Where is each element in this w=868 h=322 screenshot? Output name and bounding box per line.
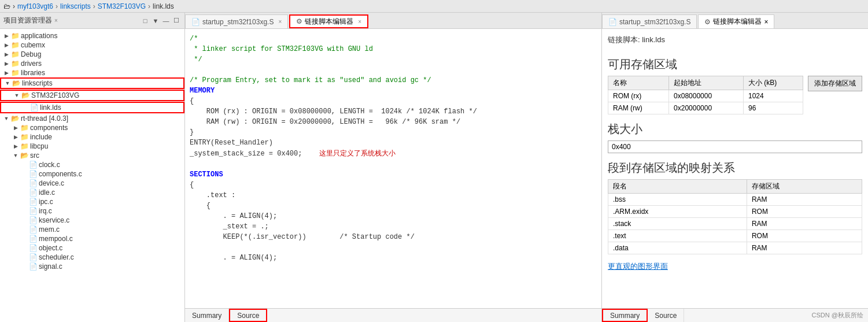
tree-item-cubemx[interactable]: ▶📁cubemx bbox=[0, 40, 184, 50]
tree-item-link-lds[interactable]: 📄link.lds bbox=[0, 102, 184, 113]
stack-size-input[interactable] bbox=[608, 140, 862, 153]
file-icon: 📄 bbox=[29, 161, 38, 169]
toggle-icon[interactable]: ▼ bbox=[3, 79, 12, 87]
tree-item-label: ipc.c bbox=[38, 198, 53, 206]
code-line: * linker script for STM32F103VG with GNU… bbox=[190, 44, 597, 54]
editor-tab-bar: 📄 startup_stm32f103xg.S × ⚙ 链接脚本编辑器 × bbox=[185, 13, 601, 29]
tree-item-components-c[interactable]: 📄components.c bbox=[0, 169, 184, 179]
toggle-icon[interactable]: ▶ bbox=[2, 50, 10, 58]
maximize-icon[interactable]: ☐ bbox=[172, 16, 181, 25]
right-tab-linker-close[interactable]: × bbox=[764, 18, 768, 26]
memory-cell-name: ROM (rx) bbox=[608, 90, 669, 102]
breadcrumb-icon: 🗁 bbox=[3, 2, 10, 10]
tab-startup-close[interactable]: × bbox=[278, 18, 282, 25]
mapping-col-region: 存储区域 bbox=[747, 180, 862, 194]
tree-item-idle-c[interactable]: 📄idle.c bbox=[0, 188, 184, 197]
tree-item-label: applications bbox=[20, 32, 57, 40]
tree-item-object-c[interactable]: 📄object.c bbox=[0, 243, 184, 253]
tree-item-components[interactable]: ▶📁components bbox=[0, 123, 184, 132]
toggle-icon[interactable]: ▶ bbox=[12, 142, 20, 150]
code-editor[interactable]: /* * linker script for STM32F103VG with … bbox=[185, 29, 601, 308]
file-icon: 📄 bbox=[29, 179, 38, 187]
tree-item-label: irq.c bbox=[38, 207, 52, 215]
tree-item-device-c[interactable]: 📄device.c bbox=[0, 179, 184, 188]
tree-item-mem-c[interactable]: 📄mem.c bbox=[0, 225, 184, 234]
tree-item-mempool-c[interactable]: 📄mempool.c bbox=[0, 234, 184, 243]
toggle-icon[interactable]: ▼ bbox=[2, 114, 10, 123]
link-script-title: 链接脚本: link.lds bbox=[608, 35, 862, 45]
folder-icon: 📁 bbox=[10, 41, 20, 49]
folder-icon: 📁 bbox=[20, 142, 29, 150]
tree-item-stm32f103vg[interactable]: ▼📂STM32F103VG bbox=[0, 90, 184, 101]
tab-linker-close[interactable]: × bbox=[358, 18, 361, 25]
tree-item-debug[interactable]: ▶📁Debug bbox=[0, 50, 184, 59]
toggle-icon[interactable]: ▶ bbox=[2, 60, 10, 68]
tree-item-label: cubemx bbox=[20, 41, 45, 49]
tab-startup[interactable]: 📄 startup_stm32f103xg.S × bbox=[185, 14, 288, 28]
tab-linker-editor[interactable]: ⚙ 链接脚本编辑器 × bbox=[289, 14, 368, 28]
middle-panel: 📄 startup_stm32f103xg.S × ⚙ 链接脚本编辑器 × /*… bbox=[185, 13, 602, 322]
memory-cell-origin: 0x08000000 bbox=[669, 90, 744, 102]
breadcrumb-myf103vgt6[interactable]: myf103vgt6 bbox=[17, 2, 53, 10]
memory-col-origin: 起始地址 bbox=[669, 76, 744, 90]
mapping-cell-segment: .text bbox=[608, 230, 747, 242]
code-line bbox=[190, 159, 597, 169]
code-line bbox=[190, 65, 597, 75]
toggle-icon[interactable]: ▶ bbox=[2, 41, 10, 49]
file-icon: 📄 bbox=[29, 262, 38, 271]
minimize-icon[interactable]: — bbox=[161, 16, 171, 25]
tree-item-kservice-c[interactable]: 📄kservice.c bbox=[0, 216, 184, 225]
right-tab-startup[interactable]: 📄 startup_stm32f103xg.S bbox=[602, 14, 697, 28]
tree-item-clock-c[interactable]: 📄clock.c bbox=[0, 160, 184, 169]
tree-item-include[interactable]: ▶📁include bbox=[0, 132, 184, 142]
file-icon: 📄 bbox=[29, 244, 38, 252]
breadcrumb: 🗁 › myf103vgt6 › linkscripts › STM32F103… bbox=[0, 0, 868, 13]
memory-table-row: RAM (rw)0x2000000096 bbox=[608, 102, 803, 114]
right-bottom-tab-source[interactable]: Source bbox=[648, 309, 684, 322]
memory-table-row: ROM (rx)0x080000001024 bbox=[608, 90, 803, 102]
tree-item-label: link.lds bbox=[39, 103, 61, 112]
menu-icon[interactable]: ▼ bbox=[151, 16, 160, 25]
breadcrumb-linkscripts[interactable]: linkscripts bbox=[60, 2, 91, 10]
toggle-icon[interactable]: ▶ bbox=[2, 32, 10, 40]
tree-item-src[interactable]: ▼📂src bbox=[0, 151, 184, 160]
code-line: .text : bbox=[190, 190, 597, 201]
toggle-icon[interactable]: ▶ bbox=[2, 69, 10, 77]
add-memory-region-button[interactable]: 添加存储区域 bbox=[808, 76, 862, 91]
right-tab-linker-editor[interactable]: ⚙ 链接脚本编辑器 × bbox=[698, 14, 774, 28]
mapping-cell-segment: .ARM.exidx bbox=[608, 206, 747, 218]
tree-item-rt-thread--4-0-3-[interactable]: ▼📂rt-thread [4.0.3] bbox=[0, 114, 184, 123]
tree-item-drivers[interactable]: ▶📁drivers bbox=[0, 59, 184, 68]
tree-item-irq-c[interactable]: 📄irq.c bbox=[0, 206, 184, 216]
breadcrumb-stm32f103vg[interactable]: STM32F103VG bbox=[98, 2, 146, 10]
toggle-icon[interactable]: ▶ bbox=[12, 124, 20, 132]
file-icon: 📄 bbox=[29, 253, 38, 261]
graphic-link[interactable]: 更直观的图形界面 bbox=[608, 262, 668, 271]
collapse-icon[interactable]: □ bbox=[141, 16, 150, 25]
tree-item-libcpu[interactable]: ▶📁libcpu bbox=[0, 142, 184, 151]
file-tree: ▶📁applications▶📁cubemx▶📁Debug▶📁drivers▶📁… bbox=[0, 29, 184, 322]
tree-item-ipc-c[interactable]: 📄ipc.c bbox=[0, 197, 184, 206]
editor-bottom-tabs: Summary Source bbox=[185, 308, 601, 322]
code-line: KEEP(*(.isr_vector)) /* Startup code */ bbox=[190, 232, 597, 242]
toggle-icon[interactable]: ▶ bbox=[12, 133, 20, 141]
tree-item-linkscripts[interactable]: ▼📂linkscripts bbox=[0, 77, 184, 89]
memory-cell-name: RAM (rw) bbox=[608, 102, 669, 114]
memory-section-title: 可用存储区域 bbox=[608, 57, 862, 72]
toggle-icon[interactable]: ▼ bbox=[12, 151, 20, 160]
tree-item-applications[interactable]: ▶📁applications bbox=[0, 31, 184, 40]
right-bottom-tab-summary[interactable]: Summary bbox=[602, 309, 648, 322]
panel-title: 项目资源管理器 × bbox=[3, 16, 58, 25]
graphic-link-container: 更直观的图形界面 bbox=[608, 261, 862, 272]
bottom-tab-summary[interactable]: Summary bbox=[185, 309, 229, 322]
panel-header-actions: □ ▼ — ☐ bbox=[141, 16, 181, 25]
tree-item-scheduler-c[interactable]: 📄scheduler.c bbox=[0, 253, 184, 262]
toggle-icon[interactable]: ▼ bbox=[13, 91, 21, 99]
file-icon: 📄 bbox=[29, 216, 38, 224]
code-line: { bbox=[190, 201, 597, 211]
tree-item-signal-c[interactable]: 📄signal.c bbox=[0, 262, 184, 271]
mapping-col-segment: 段名 bbox=[608, 180, 747, 194]
memory-col-name: 名称 bbox=[608, 76, 669, 90]
tree-item-libraries[interactable]: ▶📁libraries bbox=[0, 68, 184, 77]
bottom-tab-source[interactable]: Source bbox=[229, 309, 267, 322]
